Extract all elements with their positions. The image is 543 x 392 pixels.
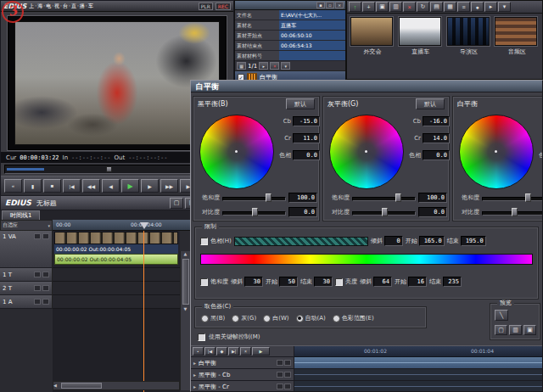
lum-slope-value[interactable]: 64 — [373, 277, 392, 287]
default-button[interactable]: 默认 — [286, 98, 315, 109]
saturation-limit-checkbox[interactable] — [200, 278, 208, 286]
step-back-button[interactable]: ◀ — [102, 179, 120, 193]
hue-value[interactable]: 0.0 — [293, 150, 320, 160]
shuttle-handle[interactable] — [106, 166, 112, 172]
detail-view-icon[interactable]: ≡ — [457, 2, 470, 12]
preview-original-icon[interactable]: ▢ — [495, 325, 507, 335]
radio-circle[interactable] — [333, 315, 340, 322]
play-button[interactable]: ▶ — [121, 179, 139, 193]
luminance-limit-checkbox[interactable] — [335, 278, 343, 286]
picker-radio[interactable]: 色彩范围(E) — [333, 314, 374, 322]
clip-thumbnail[interactable] — [447, 17, 490, 46]
dialog-titlebar[interactable]: 白平衡 — [191, 81, 542, 92]
new-folder-icon[interactable]: ▣ — [376, 2, 389, 12]
track-header[interactable]: 1 VA — [0, 231, 53, 268]
keyframe-track-row[interactable]: ▸ 黑平衡 - Cr — [191, 381, 543, 392]
keyframe-play-button[interactable]: ▶ — [252, 347, 270, 356]
track-mute-icon[interactable] — [34, 285, 41, 291]
color-wheel[interactable] — [459, 115, 534, 189]
track-lock-icon[interactable] — [42, 285, 49, 291]
saturation-slider[interactable] — [352, 193, 416, 202]
next-keyframe-icon[interactable]: ▶| — [228, 347, 239, 356]
radio-circle[interactable] — [232, 315, 239, 322]
contrast-slider[interactable] — [222, 208, 286, 216]
slider-handle[interactable] — [525, 193, 531, 202]
playhead-marker[interactable] — [140, 222, 148, 229]
track-option-icon[interactable] — [284, 384, 291, 389]
playhead-line[interactable] — [143, 231, 144, 392]
bin-menu-icon[interactable]: ▾ — [498, 2, 511, 12]
track-lock-icon[interactable] — [42, 299, 49, 305]
keyframe-lane[interactable] — [294, 381, 543, 392]
contrast-slider[interactable] — [482, 208, 543, 216]
plr-button[interactable]: PLR — [199, 3, 213, 10]
timeline-horizontal-scrollbar[interactable]: ◀ — [53, 381, 180, 390]
timeline-vertical-scrollbar[interactable]: ▲ ▼ — [180, 251, 190, 390]
expander-icon[interactable]: ▸ — [193, 372, 196, 378]
color-wheel[interactable] — [199, 115, 274, 189]
capture-icon[interactable]: ● — [471, 2, 484, 12]
keyframe-track-row[interactable]: ▸ 黑平衡 - Cb — [191, 369, 543, 381]
keyframe-lane[interactable] — [294, 369, 543, 380]
scroll-thumb[interactable] — [61, 383, 102, 389]
saturation-slider[interactable] — [222, 193, 286, 202]
add-clip-icon[interactable]: + — [362, 2, 375, 12]
track-lock-icon[interactable] — [42, 272, 49, 277]
pager-menu-icon[interactable]: ▾ — [281, 62, 290, 70]
hue-range-bar[interactable] — [234, 237, 368, 246]
property-row[interactable]: 素材开始点 00:06:50:10 — [235, 31, 345, 41]
scroll-up-icon[interactable]: ▲ — [181, 251, 190, 257]
browser-minimize-icon[interactable]: ▪ — [316, 2, 325, 8]
clip-label[interactable]: 00:00:00:02 Out:00:00:04:05 — [54, 254, 178, 265]
track-lane[interactable] — [53, 282, 180, 295]
preview-effect-icon[interactable]: ▣ — [523, 325, 536, 335]
track-mute-icon[interactable] — [34, 299, 41, 305]
cb-value[interactable]: -15.0 — [293, 116, 320, 126]
keyframe-track-row[interactable]: ▸ 白平衡 — [191, 357, 543, 369]
radio-circle[interactable] — [296, 315, 304, 322]
property-row[interactable]: 素材名 直播车 — [235, 20, 345, 31]
prev-clip-button[interactable]: |◀ — [63, 179, 81, 193]
bin-clip[interactable]: 外交会 — [350, 17, 395, 56]
keyframe-ruler[interactable]: 00:01:02 00:01:04 — [294, 346, 543, 357]
slider-handle[interactable] — [512, 208, 518, 216]
contrast-value[interactable]: 0.0 — [418, 207, 447, 217]
track-header[interactable]: 2 T — [0, 282, 53, 295]
timeline-ruler[interactable]: 00:00 00:00:04:00 — [53, 220, 190, 231]
hue-limit-checkbox[interactable] — [200, 238, 208, 245]
picker-radio[interactable]: 灰(G) — [232, 314, 256, 322]
browser-maximize-icon[interactable]: ▫ — [326, 2, 334, 8]
clip-thumbnail[interactable] — [495, 17, 537, 46]
keyframe-lane[interactable] — [294, 357, 543, 368]
track-option-icon[interactable] — [277, 372, 283, 378]
radio-circle[interactable] — [263, 315, 271, 322]
saturation-value[interactable]: 100.0 — [418, 193, 447, 203]
cr-value[interactable]: 11.0 — [293, 133, 320, 143]
pager-next-icon[interactable]: ▸ — [259, 62, 268, 70]
timeline-zoom-dropdown[interactable]: 自适应 ▾ — [0, 220, 53, 231]
hue-slope-value[interactable]: 0 — [384, 236, 403, 246]
color-wheel[interactable] — [329, 115, 404, 189]
use-keyframes-checkbox[interactable] — [198, 333, 205, 341]
cut-icon[interactable]: ▥ — [389, 2, 402, 12]
step-forward-button[interactable]: ▶ — [141, 179, 159, 193]
new-sequence-icon[interactable]: ▢ — [170, 198, 183, 209]
pager-grid-icon[interactable]: ▦ — [237, 62, 246, 70]
delete-icon[interactable]: × — [403, 2, 416, 12]
property-row[interactable]: 文件名 E:\AV\(十七大)\... — [235, 10, 345, 20]
list-view-icon[interactable]: ▤ — [430, 2, 443, 12]
clip-thumbnail[interactable] — [350, 17, 393, 46]
slider-handle[interactable] — [382, 208, 388, 216]
track-mute-icon[interactable] — [34, 233, 41, 239]
preview-split-icon[interactable]: ▥ — [509, 325, 522, 335]
track-option-icon[interactable] — [284, 360, 291, 366]
thumbnail-view-icon[interactable]: ▦ — [444, 2, 456, 12]
prev-keyframe-icon[interactable]: |◀ — [204, 347, 216, 356]
track-lane[interactable] — [53, 295, 180, 309]
saturation-value[interactable]: 100.0 — [288, 193, 317, 203]
hue-end-value[interactable]: 195.0 — [461, 236, 486, 246]
track-header[interactable]: 1 A — [0, 295, 53, 309]
picker-radio[interactable]: 白(W) — [263, 314, 288, 322]
saturation-slider[interactable] — [482, 193, 543, 202]
track-lock-icon[interactable] — [42, 233, 49, 239]
